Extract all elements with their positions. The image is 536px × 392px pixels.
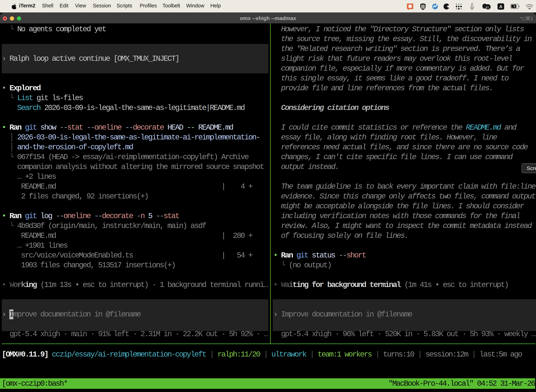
svg-text:A: A (499, 4, 502, 9)
svg-text:..61: ..61 (484, 6, 489, 9)
